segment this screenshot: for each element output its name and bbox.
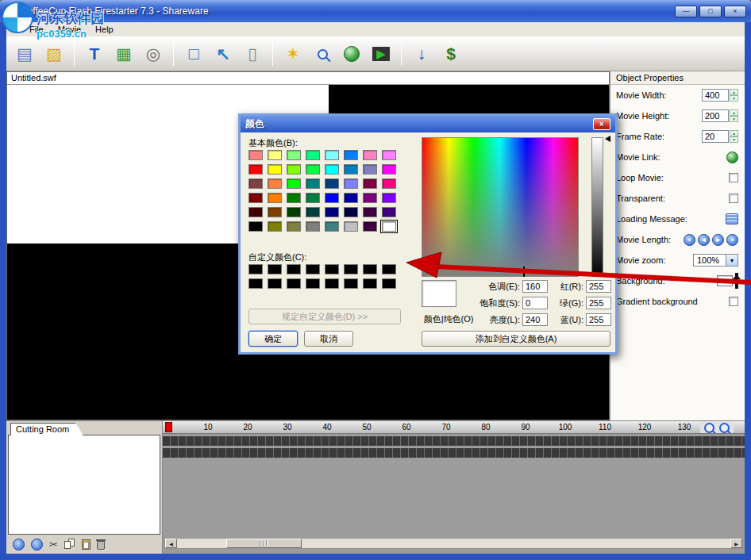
title-bar[interactable]: CoffeeCup Flash Firestarter 7.3 - Sharew… — [0, 0, 751, 22]
scrollbar-thumb[interactable] — [226, 539, 302, 548]
minimize-button[interactable]: — — [675, 6, 697, 17]
color-swatch[interactable] — [306, 264, 320, 274]
color-swatch[interactable] — [363, 178, 377, 189]
find-preview-icon[interactable] — [309, 40, 336, 67]
color-swatch[interactable] — [248, 150, 263, 160]
saturation-input[interactable]: 0 — [522, 297, 548, 309]
green-input[interactable]: 255 — [586, 297, 611, 309]
color-swatch[interactable] — [363, 150, 377, 160]
color-swatch[interactable] — [363, 221, 377, 232]
color-swatch[interactable] — [268, 221, 282, 232]
spin-up-icon[interactable]: ▲ — [730, 109, 738, 116]
effects-wand-icon[interactable]: ✶ — [279, 40, 306, 67]
color-swatch[interactable] — [306, 164, 320, 175]
spin-down-icon[interactable]: ▼ — [730, 116, 738, 122]
color-swatch[interactable] — [287, 193, 301, 203]
luminance-input[interactable]: 240 — [522, 313, 548, 326]
color-swatch[interactable] — [325, 264, 339, 274]
color-dialog-titlebar[interactable]: 颜色 × — [241, 116, 615, 132]
color-swatch[interactable] — [287, 178, 301, 189]
color-swatch[interactable] — [325, 193, 339, 203]
frame-rate-value[interactable]: 20 — [702, 130, 729, 143]
add-to-custom-colors-button[interactable]: 添加到自定义颜色(A) — [422, 331, 610, 347]
color-swatch[interactable] — [287, 150, 301, 160]
color-swatch[interactable] — [325, 221, 339, 232]
cutting-room-tab[interactable]: Cutting Room — [10, 423, 83, 435]
color-swatch[interactable] — [287, 164, 301, 175]
color-swatch[interactable] — [268, 150, 282, 160]
export-movie-icon[interactable]: ↓ — [408, 40, 435, 67]
color-swatch[interactable] — [344, 150, 358, 160]
loop-movie-checkbox[interactable] — [729, 173, 738, 182]
zoom-in-icon[interactable] — [704, 423, 714, 433]
luminance-slider-arrow-icon[interactable] — [605, 136, 610, 142]
color-swatch[interactable] — [382, 164, 396, 175]
scrollbar-track[interactable] — [177, 539, 730, 548]
pointer-tool-icon[interactable]: ↖ — [210, 40, 237, 67]
new-movie-icon[interactable]: ▤ — [11, 40, 38, 67]
color-swatch[interactable] — [344, 193, 358, 203]
spin-up-icon[interactable]: ▲ — [730, 130, 738, 136]
prev-frame-button[interactable]: ◂ — [698, 234, 710, 246]
color-swatch[interactable] — [344, 221, 358, 232]
maximize-button[interactable]: □ — [699, 6, 722, 17]
color-swatch[interactable] — [248, 164, 263, 175]
move-up-button[interactable]: ↑ — [13, 539, 25, 550]
color-swatch[interactable] — [325, 207, 339, 217]
text-tool-icon[interactable]: T — [81, 40, 108, 67]
color-swatch[interactable] — [325, 178, 339, 189]
cut-icon[interactable]: ✂ — [49, 539, 58, 550]
color-swatch[interactable] — [248, 221, 263, 232]
insert-image-icon[interactable]: ▦ — [110, 40, 137, 67]
color-swatch[interactable] — [268, 278, 282, 289]
color-swatch[interactable] — [287, 278, 301, 289]
color-swatch[interactable] — [248, 207, 263, 217]
color-swatch[interactable] — [344, 178, 358, 189]
cancel-button[interactable]: 取消 — [304, 331, 353, 347]
color-swatch[interactable] — [306, 178, 320, 189]
timeline-track-lower[interactable] — [163, 448, 745, 458]
playhead-marker[interactable] — [165, 422, 172, 432]
color-swatch[interactable] — [344, 207, 358, 217]
spin-up-icon[interactable]: ▲ — [730, 89, 738, 95]
delete-object-icon[interactable]: ▯ — [239, 40, 266, 67]
blue-input[interactable]: 255 — [586, 313, 611, 326]
movie-width-spinner[interactable]: 400 ▲▼ — [702, 89, 738, 102]
color-swatch[interactable] — [268, 193, 282, 203]
timeline-scrollbar[interactable]: ◀ ▶ — [164, 538, 743, 549]
buy-now-icon[interactable]: $ — [437, 40, 464, 67]
color-swatch[interactable] — [363, 264, 377, 274]
ok-button[interactable]: 确定 — [248, 331, 298, 347]
last-frame-button[interactable]: » — [726, 234, 738, 246]
copy-icon[interactable] — [64, 539, 75, 550]
timeline-ruler[interactable]: 102030405060708090100110120130 — [163, 421, 745, 434]
color-swatch[interactable] — [268, 207, 282, 217]
spin-down-icon[interactable]: ▼ — [730, 95, 738, 102]
color-swatch[interactable] — [382, 193, 396, 203]
color-swatch[interactable] — [306, 207, 320, 217]
delete-icon[interactable] — [97, 541, 105, 550]
cutting-room-list[interactable] — [8, 435, 160, 535]
color-swatch[interactable] — [306, 150, 320, 160]
color-swatch[interactable] — [344, 164, 358, 175]
first-frame-button[interactable]: « — [684, 234, 695, 246]
color-swatch[interactable] — [268, 164, 282, 175]
color-swatch[interactable] — [363, 164, 377, 175]
color-swatch[interactable] — [344, 278, 358, 289]
frame-rate-spinner[interactable]: 20 ▲▼ — [702, 130, 738, 143]
movie-link-globe-icon[interactable] — [726, 152, 738, 163]
color-swatch[interactable] — [382, 264, 396, 274]
color-swatch[interactable] — [382, 221, 396, 232]
color-swatch[interactable] — [287, 221, 301, 232]
color-swatch[interactable] — [325, 278, 339, 289]
color-swatch[interactable] — [306, 193, 320, 203]
color-swatch[interactable] — [382, 150, 396, 160]
color-swatch[interactable] — [268, 264, 282, 274]
publish-globe-icon[interactable] — [338, 40, 365, 67]
close-button[interactable]: × — [724, 6, 746, 17]
timeline-track-upper[interactable] — [163, 436, 745, 446]
paste-icon[interactable] — [82, 539, 91, 550]
color-swatch[interactable] — [268, 178, 282, 189]
move-down-button[interactable]: ↓ — [31, 539, 43, 550]
transparent-checkbox[interactable] — [729, 194, 738, 203]
